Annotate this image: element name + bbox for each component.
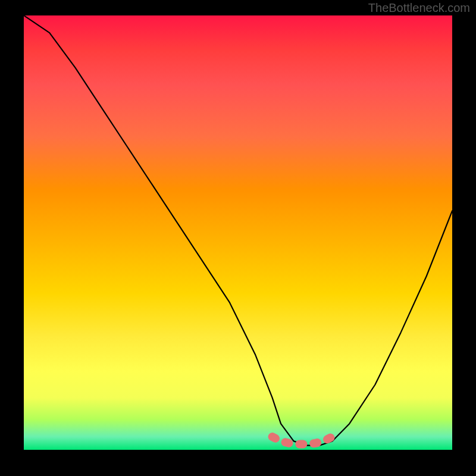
plot-area <box>24 15 452 450</box>
chart-frame: TheBottleneck.com <box>0 0 476 476</box>
optimal-marker <box>273 437 333 444</box>
attribution-text: TheBottleneck.com <box>368 1 470 15</box>
chart-svg <box>24 15 452 450</box>
bottleneck-curve <box>24 15 452 446</box>
